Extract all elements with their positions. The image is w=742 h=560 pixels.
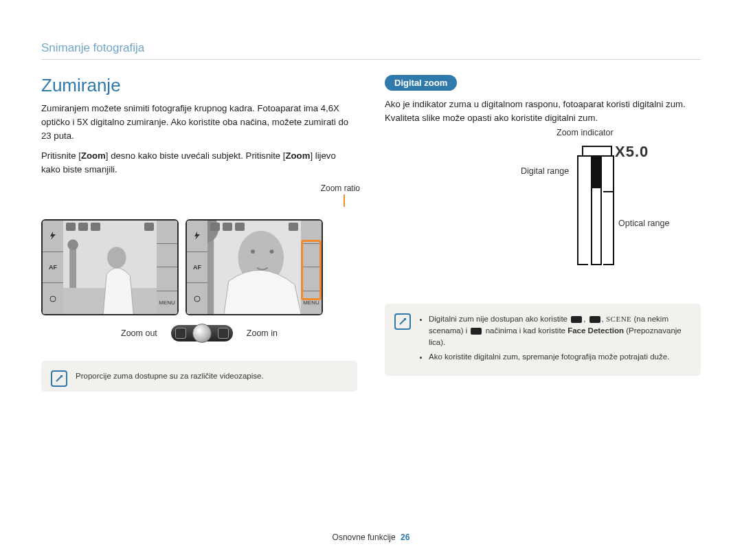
optical-range-label: Optical range <box>618 219 669 228</box>
bracket-top <box>603 155 614 192</box>
timer-icon[interactable] <box>187 282 207 314</box>
size-icon <box>223 223 232 231</box>
af-icon[interactable]: AF <box>43 251 63 283</box>
page-number: 26 <box>401 533 409 542</box>
bracket-optical-range <box>603 191 614 265</box>
movie-mode-icon <box>471 328 482 335</box>
note-box: Proporcije zuma dostupne su za različite… <box>41 361 357 392</box>
quality-icon <box>235 223 245 231</box>
zoom-scale-icon[interactable] <box>157 267 177 290</box>
zoom-scale-icon[interactable] <box>157 243 177 267</box>
mode-icon <box>210 223 220 231</box>
camera-mode-icon <box>571 316 582 323</box>
battery-icon <box>289 223 298 231</box>
rocker-wide-icon <box>175 328 186 339</box>
bracket-digital-range <box>577 155 588 265</box>
hud-left-buttons: AF <box>43 221 63 314</box>
hud-top-icons <box>66 223 154 232</box>
camera-previews: AF MENU <box>41 219 357 315</box>
quality-icon <box>91 223 100 231</box>
svg-point-13 <box>194 296 200 302</box>
af-icon[interactable]: AF <box>187 251 207 283</box>
hand-mode-icon <box>589 316 600 323</box>
hud-left-buttons: AF <box>187 221 207 314</box>
scene-mode-icon: SCENE <box>606 315 631 323</box>
mode-icon <box>66 223 76 231</box>
right-column: Digital zoom Ako je indikator zuma u dig… <box>385 75 701 392</box>
zoom-scale-bar <box>591 153 602 265</box>
note-item: Ako koristite digitalni zum, spremanje f… <box>429 351 691 363</box>
left-column: Zumiranje Zumiranjem možete snimiti foto… <box>41 75 357 392</box>
zoom-value: X5.0 <box>615 143 649 161</box>
svg-point-12 <box>270 249 274 254</box>
breadcrumb: Snimanje fotografija <box>41 41 701 60</box>
zoom-ratio-highlight <box>301 240 322 300</box>
svg-point-4 <box>107 247 126 268</box>
zoom-ratio-label: Zoom ratio <box>321 183 360 193</box>
zoom-scale-icon[interactable] <box>157 221 177 243</box>
zoom-out-label: Zoom out <box>121 328 157 338</box>
note-text: Proporcije zuma dostupne su za različite… <box>76 372 264 380</box>
preview-wide: AF MENU <box>41 219 179 315</box>
flash-icon[interactable] <box>43 221 63 251</box>
instruction-text: Pritisnite [Zoom] desno kako biste uveća… <box>41 149 357 177</box>
zoom-indicator-diagram: Zoom indicator Digital range Optical ran… <box>385 132 701 283</box>
hud-top-icons <box>210 223 298 232</box>
zoom-rocker-row: Zoom out Zoom in <box>41 325 357 341</box>
zoom-indicator-label: Zoom indicator <box>556 128 614 137</box>
digital-zoom-heading: Digital zoom <box>385 75 457 91</box>
section-title: Zumiranje <box>41 75 357 96</box>
zoom-scale-fill <box>592 154 600 188</box>
hud-right-buttons: MENU <box>157 221 177 314</box>
callout-line <box>344 194 345 207</box>
digital-range-label: Digital range <box>521 166 569 176</box>
menu-icon[interactable]: MENU <box>157 291 177 314</box>
page-footer: Osnovne funkcije 26 <box>0 533 742 542</box>
rocker-knob <box>192 324 212 343</box>
zoom-in-label: Zoom in <box>247 328 278 338</box>
preview-zoomed: AF MENU <box>186 219 323 315</box>
zoom-rocker[interactable] <box>171 325 233 341</box>
note-box: Digitalni zum nije dostupan ako koristit… <box>385 304 701 376</box>
svg-rect-2 <box>69 247 76 288</box>
note-icon <box>394 313 411 330</box>
battery-icon <box>144 223 154 231</box>
timer-icon[interactable] <box>43 282 63 314</box>
intro-text: Zumiranjem možete snimiti fotografije kr… <box>41 102 357 142</box>
footer-section: Osnovne funkcije <box>333 533 396 542</box>
digital-zoom-text: Ako je indikator zuma u digitalnom raspo… <box>385 98 701 125</box>
svg-point-3 <box>67 239 78 250</box>
size-icon <box>78 223 88 231</box>
rocker-tele-icon <box>218 328 229 339</box>
svg-point-11 <box>251 249 255 254</box>
note-item: Digitalni zum nije dostupan ako koristit… <box>429 313 691 349</box>
flash-icon[interactable] <box>187 221 207 251</box>
svg-point-6 <box>50 296 56 302</box>
note-icon <box>51 370 67 387</box>
